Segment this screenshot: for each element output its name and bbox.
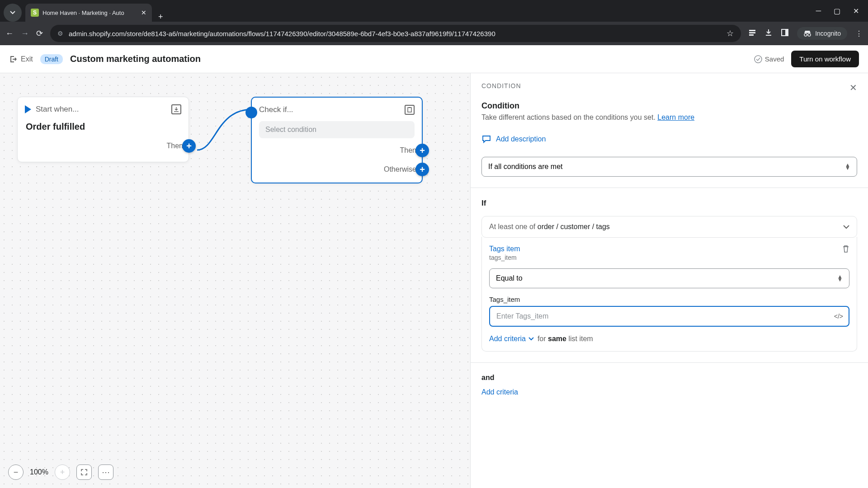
extensions-icon[interactable] <box>748 28 756 38</box>
value-input-label: Tags_item <box>489 296 849 303</box>
criteria-block: Tags item tags_item Equal to ▲▼ Tags_ite… <box>481 237 857 352</box>
and-label: and <box>481 374 857 382</box>
svg-rect-0 <box>749 30 755 31</box>
turn-on-workflow-button[interactable]: Turn on workflow <box>791 51 859 67</box>
new-tab-button[interactable]: + <box>152 12 170 22</box>
exit-icon <box>9 55 17 63</box>
zoom-in-button[interactable]: + <box>55 465 70 480</box>
exit-button[interactable]: Exit <box>9 55 33 63</box>
bookmark-star-icon[interactable]: ☆ <box>726 28 734 38</box>
code-icon[interactable]: </> <box>834 313 843 320</box>
download-icon <box>171 104 181 114</box>
play-icon <box>25 105 31 113</box>
divider <box>471 188 868 188</box>
if-label: If <box>481 199 857 208</box>
tab-title: Home Haven · Marketing · Auto <box>42 9 137 16</box>
incognito-icon <box>803 30 811 37</box>
scope-selector[interactable]: At least one of order / customer / tags <box>481 216 857 238</box>
canvas-more-button[interactable]: ⋯ <box>98 465 113 480</box>
select-condition-placeholder[interactable]: Select condition <box>259 121 415 138</box>
chevron-down-icon <box>10 11 15 14</box>
draft-badge: Draft <box>40 54 63 64</box>
same-item-text: for same list item <box>538 335 593 343</box>
svg-rect-4 <box>785 29 788 36</box>
tags-item-input[interactable] <box>489 306 849 327</box>
forward-button[interactable]: → <box>21 29 29 38</box>
panel-title: Condition <box>481 101 857 111</box>
saved-indicator: Saved <box>754 55 784 63</box>
url-text: admin.shopify.com/store/de8143-a6/market… <box>69 30 721 38</box>
browser-menu-icon[interactable]: ⋮ <box>855 29 863 38</box>
close-window-icon[interactable]: ✕ <box>853 7 859 15</box>
app-header: Exit Draft Custom marketing automation S… <box>0 45 868 73</box>
add-then-step-button[interactable]: + <box>415 144 429 157</box>
inlet-dot <box>245 107 257 118</box>
match-mode-select[interactable]: If all conditions are met ▲▼ <box>481 157 857 177</box>
node-trigger-value: Order fulfilled <box>18 119 189 139</box>
svg-rect-8 <box>408 108 411 112</box>
criteria-field-link[interactable]: Tags item <box>489 245 520 253</box>
svg-rect-9 <box>409 107 410 108</box>
address-bar[interactable]: ⚙ admin.shopify.com/store/de8143-a6/mark… <box>50 25 741 42</box>
select-arrows-icon: ▲▼ <box>845 164 850 170</box>
operator-select[interactable]: Equal to ▲▼ <box>489 268 849 288</box>
panel-eyebrow: CONDITION <box>481 82 521 89</box>
tab-close-icon[interactable]: ✕ <box>141 9 146 16</box>
maximize-icon[interactable]: ▢ <box>834 7 840 15</box>
chevron-down-icon <box>528 337 534 341</box>
divider <box>471 362 868 363</box>
learn-more-link[interactable]: Learn more <box>657 113 694 121</box>
flow-canvas[interactable]: Start when... Order fulfilled Then + Che… <box>0 73 470 488</box>
browser-toolbar: ← → ⟳ ⚙ admin.shopify.com/store/de8143-a… <box>0 22 868 45</box>
side-panel-icon[interactable] <box>781 28 789 38</box>
zoom-level: 100% <box>30 468 48 476</box>
chevron-down-icon <box>843 223 849 231</box>
panel-description: Take different actions based on the cond… <box>481 113 857 122</box>
shopify-favicon: S <box>31 9 39 17</box>
clipboard-icon <box>405 105 415 115</box>
node-title: Check if... <box>259 105 400 114</box>
svg-rect-2 <box>749 34 754 36</box>
close-panel-icon[interactable]: ✕ <box>849 82 857 93</box>
svg-point-7 <box>755 56 762 63</box>
incognito-badge[interactable]: Incognito <box>797 27 847 40</box>
minimize-icon[interactable]: ─ <box>816 7 821 15</box>
node-title: Start when... <box>36 105 167 114</box>
check-circle-icon <box>754 55 762 63</box>
select-arrows-icon: ▲▼ <box>837 275 843 282</box>
svg-point-5 <box>804 33 807 36</box>
downloads-icon[interactable] <box>764 28 773 38</box>
reload-button[interactable]: ⟳ <box>36 28 43 38</box>
back-button[interactable]: ← <box>5 29 14 38</box>
svg-rect-1 <box>749 32 755 33</box>
fit-view-button[interactable] <box>76 465 92 480</box>
add-criteria-button[interactable]: Add criteria <box>481 388 857 396</box>
add-criteria-same-button[interactable]: Add criteria <box>489 335 534 343</box>
add-otherwise-step-button[interactable]: + <box>415 163 429 176</box>
flow-node-start[interactable]: Start when... Order fulfilled Then + <box>17 97 189 162</box>
page-title: Custom marketing automation <box>70 54 201 64</box>
site-info-icon[interactable]: ⚙ <box>57 30 63 37</box>
canvas-controls: − 100% + ⋯ <box>8 465 113 480</box>
criteria-field-key: tags_item <box>489 254 520 261</box>
condition-panel: CONDITION ✕ Condition Take different act… <box>470 73 868 488</box>
zoom-out-button[interactable]: − <box>8 465 24 480</box>
svg-point-6 <box>808 33 811 36</box>
window-controls: ─ ▢ ✕ <box>816 7 868 15</box>
tab-search-button[interactable] <box>4 4 22 22</box>
delete-criteria-button[interactable] <box>842 245 849 255</box>
speech-bubble-icon <box>481 134 491 144</box>
add-description-button[interactable]: Add description <box>481 131 857 147</box>
flow-node-condition[interactable]: Check if... Select condition Then + Othe… <box>251 97 423 183</box>
browser-tab[interactable]: S Home Haven · Marketing · Auto ✕ <box>25 4 152 22</box>
browser-tab-strip: S Home Haven · Marketing · Auto ✕ + ─ ▢ … <box>0 0 868 22</box>
